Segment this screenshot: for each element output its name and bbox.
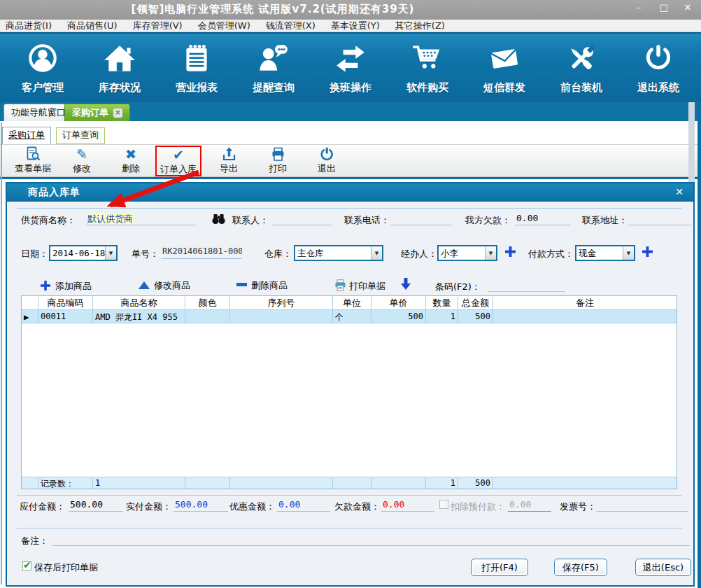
separator-line (0, 177, 701, 179)
nav-exit-system[interactable]: 退出系统 (622, 39, 695, 94)
edit-item-button[interactable]: 修改商品 (139, 279, 190, 292)
exit-button[interactable]: 退出 (302, 146, 351, 176)
date-select[interactable]: 2014-06-18 ▼ (49, 245, 118, 261)
discount-label: 优惠金额： (229, 500, 275, 513)
chevron-down-icon[interactable]: ▼ (623, 246, 634, 260)
col-note[interactable]: 备注 (493, 296, 677, 310)
delete-button[interactable]: ✖ 删除 (106, 146, 155, 176)
menubar: 商品进货(I) 商品销售(U) 库存管理(V) 会员管理(W) 钱流管理(X) … (0, 20, 701, 32)
menu-item-members[interactable]: 会员管理(W) (198, 20, 250, 32)
nav-software-purchase[interactable]: 软件购买 (391, 39, 464, 94)
barcode-input[interactable] (488, 279, 565, 292)
delete-x-icon: ✖ (106, 146, 155, 162)
add-item-button[interactable]: 添加商品 (41, 279, 92, 293)
col-unit[interactable]: 单位 (333, 296, 371, 310)
warehouse-select[interactable]: 主仓库 ▼ (294, 245, 383, 261)
reminder-icon (237, 39, 310, 78)
view-document-button[interactable]: 查看单据 (8, 146, 57, 176)
minus-icon (236, 283, 247, 286)
print-receipt-button[interactable]: 打印单据 (334, 279, 385, 293)
menu-item-purchase[interactable]: 商品进货(I) (6, 20, 52, 32)
discount-field[interactable]: 0.00 (277, 499, 330, 512)
minimize-icon[interactable]: – (630, 2, 648, 13)
nav-reminder-query[interactable]: 提醒查询 (237, 39, 310, 94)
add-payment-icon[interactable] (642, 246, 653, 257)
edit-button[interactable]: ✎ 修改 (57, 146, 106, 176)
col-price[interactable]: 单价 (371, 296, 426, 310)
group-line (17, 208, 682, 209)
address-field[interactable] (628, 213, 691, 225)
paid-field[interactable]: 500.00 (174, 499, 228, 512)
phone-label: 联系电话： (344, 214, 390, 227)
save-f5-button[interactable]: 保存(F5) (554, 559, 607, 576)
col-serial[interactable]: 序列号 (230, 296, 333, 310)
chevron-down-icon[interactable]: ▼ (485, 246, 496, 260)
tab-purchase-order[interactable]: 采购订单 × (64, 104, 130, 121)
order-stock-in-button[interactable]: ✔ 订单入库 (155, 146, 201, 176)
remove-item-button[interactable]: 删除商品 (236, 279, 288, 292)
table-row[interactable]: ▶ 00011 AMD 羿龙II X4 955 个 500 1 500 (22, 310, 677, 323)
col-code[interactable]: 商品编码 (38, 296, 93, 310)
payment-select[interactable]: 现金 ▼ (575, 245, 635, 261)
chevron-down-icon[interactable]: ▼ (105, 246, 116, 260)
chevron-down-icon[interactable]: ▼ (371, 246, 382, 260)
arrow-down-icon[interactable] (400, 278, 411, 293)
dialog-close-icon[interactable]: ✕ (675, 186, 684, 197)
contact-field[interactable] (271, 213, 332, 225)
cell-serial (230, 310, 333, 323)
nav-sms-broadcast[interactable]: 短信群发 (468, 39, 541, 94)
exit-esc-button[interactable]: 退出(Esc) (635, 559, 691, 576)
subtab-purchase-order[interactable]: 采购订单 (2, 127, 51, 144)
nav-shift-change[interactable]: 换班操作 (314, 39, 387, 94)
user-icon (6, 39, 79, 78)
phone-field[interactable] (390, 213, 452, 225)
prepay-checkbox[interactable] (439, 500, 448, 509)
our-debt-field[interactable]: 0.00 (515, 213, 571, 225)
export-button[interactable]: 导出 (204, 146, 253, 176)
print-after-save-checkbox[interactable]: ✔ (22, 561, 31, 570)
selector-header (22, 296, 38, 310)
invoice-label: 发票号： (560, 500, 596, 513)
debt-field[interactable]: 0.00 (381, 499, 434, 512)
maximize-icon[interactable]: □ (655, 2, 673, 13)
menu-item-sales[interactable]: 商品销售(U) (67, 20, 118, 32)
triangle-up-icon (139, 281, 150, 289)
print-button[interactable]: 打印 (253, 146, 302, 176)
checkmark-icon: ✔ (157, 147, 200, 162)
contact-label: 联系人： (232, 214, 269, 227)
binoculars-search-icon[interactable] (212, 213, 225, 227)
add-operator-icon[interactable] (505, 246, 516, 257)
menu-item-inventory[interactable]: 库存管理(V) (133, 20, 183, 32)
col-qty[interactable]: 数量 (426, 296, 458, 310)
tab-function-navigator[interactable]: 功能导航窗口 (3, 104, 73, 121)
payable-field[interactable]: 500.00 (69, 499, 123, 512)
menu-item-cashflow[interactable]: 钱流管理(X) (266, 20, 316, 32)
operator-select[interactable]: 小李 ▼ (437, 245, 497, 261)
printer-icon (253, 146, 302, 162)
cart-icon (391, 39, 464, 78)
nav-inventory-status[interactable]: 库存状况 (83, 39, 156, 94)
menu-item-other[interactable]: 其它操作(Z) (395, 20, 445, 32)
debt-label: 欠款金额： (334, 500, 380, 513)
table-footer-row: 记录数： 1 1 500 (22, 477, 677, 489)
open-f4-button[interactable]: 打开(F4) (471, 559, 528, 576)
note-input[interactable] (52, 533, 690, 546)
supplier-name-field[interactable]: 默认供货商 (86, 213, 197, 225)
supplier-name-label: 供货商名称： (21, 214, 76, 227)
qty-total: 1 (426, 477, 458, 489)
invoice-field[interactable] (596, 499, 688, 512)
col-amount[interactable]: 总金额 (458, 296, 493, 310)
warehouse-label: 仓库： (264, 248, 292, 260)
group-line (17, 528, 682, 528)
menu-item-settings[interactable]: 基本设置(Y) (331, 20, 380, 32)
subtab-order-query[interactable]: 订单查询 (56, 127, 105, 144)
col-name[interactable]: 商品名称 (93, 296, 185, 310)
operator-label: 经办人： (401, 248, 437, 260)
close-icon[interactable]: ✕ (679, 2, 697, 13)
tab-close-icon[interactable]: × (113, 108, 122, 118)
cell-qty: 1 (426, 310, 458, 323)
col-color[interactable]: 颜色 (185, 296, 230, 310)
nav-customer-management[interactable]: 客户管理 (6, 39, 79, 94)
nav-front-desk-assembly[interactable]: 前台装机 (545, 39, 618, 94)
nav-business-report[interactable]: 营业报表 (160, 39, 233, 94)
